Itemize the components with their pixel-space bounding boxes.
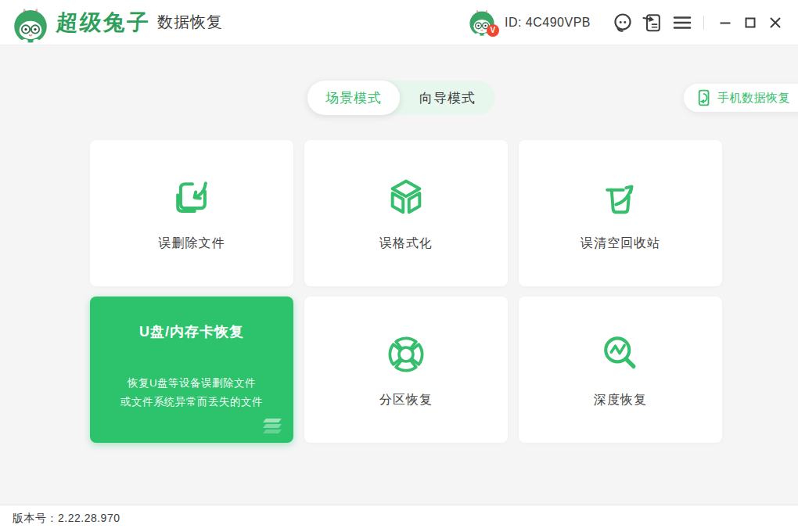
card-description-line: 恢复U盘等设备误删除文件 [120,374,263,393]
user-id: ID: 4C490VPB [505,16,591,30]
card-formatted[interactable]: 误格式化 [304,140,508,286]
deep-scan-icon [597,331,644,378]
card-deleted-files[interactable]: 误删除文件 [90,140,293,286]
cube-icon [383,174,430,221]
trash-restore-icon [597,174,644,221]
minimize-icon [719,16,732,29]
mode-tab-group: 场景模式 向导模式 [307,81,495,115]
card-usb-memory-recovery[interactable]: U盘/内存卡恢复 恢复U盘等设备误删除文件 或文件系统异常而丢失的文件 [90,297,293,443]
close-icon [769,16,782,29]
card-label: 误清空回收站 [581,235,660,252]
card-description: 恢复U盘等设备误删除文件 或文件系统异常而丢失的文件 [120,374,263,412]
restore-file-icon [168,174,215,221]
phone-recovery-icon [696,89,712,106]
partition-icon [383,331,430,378]
card-title: U盘/内存卡恢复 [139,322,244,341]
headset-icon [613,13,633,33]
user-avatar[interactable]: V [469,8,497,38]
brand-suffix: 数据恢复 [157,12,223,33]
brand-name: 超级兔子 [56,8,152,38]
customer-service-button[interactable] [611,11,634,34]
app-window: 超级兔子 数据恢复 V ID: 4C490VPB [0,0,798,532]
card-deep-recovery[interactable]: 深度恢复 [519,297,722,443]
card-label: 深度恢复 [594,392,647,408]
card-label: 分区恢复 [379,392,433,408]
phone-data-recovery-button[interactable]: 手机数据恢复 [684,84,798,112]
phone-data-recovery-label: 手机数据恢复 [717,91,790,106]
status-bar: 版本号：2.22.28.970 [0,505,798,532]
card-label: 误删除文件 [159,235,225,252]
close-button[interactable] [764,11,787,34]
title-bar: 超级兔子 数据恢复 V ID: 4C490VPB [0,0,798,45]
main-content: 场景模式 向导模式 手机数据恢复 误删除文件 [0,45,798,505]
titlebar-divider [703,16,704,30]
card-description-line: 或文件系统异常而丢失的文件 [120,393,263,412]
titlebar-actions: V ID: 4C490VPB [469,8,787,38]
version-label: 版本号：2.22.28.970 [13,512,120,526]
maximize-button[interactable] [739,11,762,34]
layers-icon [258,414,286,437]
tab-scene-mode[interactable]: 场景模式 [307,81,400,115]
vip-badge: V [487,24,499,37]
minimize-button[interactable] [714,11,737,34]
app-logo-rabbit-icon [13,5,49,43]
scenario-card-grid: 误删除文件 误格式化 误清空回收站 [90,140,722,443]
tab-wizard-mode[interactable]: 向导模式 [400,81,495,115]
hamburger-menu-icon [673,13,692,32]
card-emptied-recycle-bin[interactable]: 误清空回收站 [519,140,722,286]
maximize-icon [744,16,757,29]
card-partition-recovery[interactable]: 分区恢复 [304,297,508,443]
brand: 超级兔子 数据恢复 [13,4,223,41]
feedback-note-icon [642,13,663,33]
main-menu-button[interactable] [670,11,694,34]
card-label: 误格式化 [379,235,433,252]
feedback-button[interactable] [641,11,664,34]
